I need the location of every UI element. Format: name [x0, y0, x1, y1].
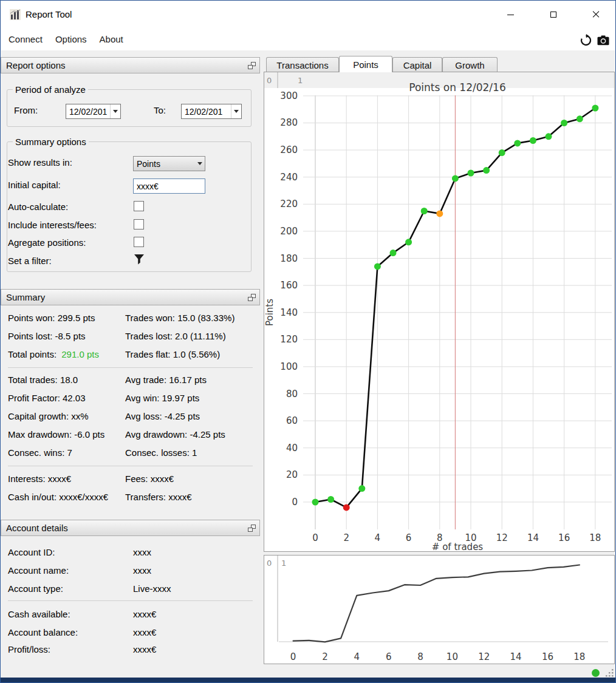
chevron-down-icon [110, 104, 120, 118]
period-group-legend: Period of analyze [13, 84, 88, 95]
include-fees-checkbox[interactable] [134, 219, 144, 229]
svg-text:140: 140 [280, 307, 298, 318]
tab-capital[interactable]: Capital [392, 57, 442, 72]
stat-points-lost: Points lost: -8.5 pts [8, 331, 86, 342]
stat-transfers: Transfers: xxxx€ [125, 492, 191, 503]
svg-text:18: 18 [573, 651, 585, 662]
stat-trades-lost: Trades lost: 2.0 (11.11%) [125, 331, 226, 342]
svg-text:# of trades: # of trades [432, 542, 484, 551]
divider [8, 466, 253, 466]
svg-text:14: 14 [510, 651, 522, 662]
svg-text:0: 0 [290, 651, 296, 662]
auto-calculate-checkbox[interactable] [134, 201, 144, 211]
stat-trades-flat: Trades flat: 1.0 (5.56%) [125, 349, 220, 360]
svg-text:2: 2 [322, 651, 328, 662]
account-type-label: Account type: [8, 583, 63, 594]
stat-fees: Fees: xxxx€ [125, 474, 174, 484]
summary-options-legend: Summary options [13, 137, 89, 147]
stat-interests: Interests: xxxx€ [8, 474, 71, 484]
svg-text:4: 4 [375, 532, 381, 543]
svg-text:1: 1 [298, 76, 303, 85]
menu-item-options[interactable]: Options [54, 32, 88, 47]
show-results-label: Show results in: [8, 157, 72, 168]
stat-capital-growth: Capital growth: xx% [8, 411, 89, 422]
stat-total-trades: Total trades: 18.0 [8, 375, 78, 386]
svg-text:Points: Points [264, 299, 275, 326]
to-date-select[interactable]: 12/02/201 [181, 104, 242, 119]
svg-text:20: 20 [286, 469, 298, 480]
svg-text:18: 18 [589, 532, 601, 543]
svg-text:6: 6 [406, 532, 412, 543]
svg-text:1: 1 [281, 559, 286, 568]
float-panel-icon[interactable] [248, 525, 256, 532]
stat-avg-loss: Avg loss: -4.25 pts [125, 411, 200, 422]
screenshot-button[interactable] [595, 32, 611, 48]
overview-chart[interactable]: 02468101214161801 [264, 555, 615, 664]
svg-text:220: 220 [280, 199, 298, 209]
points-chart[interactable]: 0246810121416180204060801001201401601802… [264, 72, 615, 552]
svg-text:6: 6 [386, 651, 392, 662]
svg-text:16: 16 [542, 651, 553, 662]
initial-capital-label: Initial capital: [8, 180, 61, 190]
divider [8, 367, 253, 368]
stat-avg-trade: Avg trade: 16.17 pts [125, 375, 207, 386]
stat-total-points-value: 291.0 pts [61, 349, 99, 359]
from-label: From: [14, 105, 38, 115]
include-fees-label: Include interests/fees: [8, 220, 97, 230]
agregate-positions-checkbox[interactable] [134, 237, 144, 247]
agregate-positions-label: Agregate positions: [8, 237, 86, 248]
app-icon [9, 8, 21, 23]
summary-header: Summary [1, 289, 260, 305]
refresh-button[interactable] [578, 32, 594, 48]
svg-text:80: 80 [286, 389, 298, 399]
account-details-header: Account details [1, 520, 260, 536]
tab-growth[interactable]: Growth [442, 57, 498, 72]
tab-transactions[interactable]: Transactions [266, 57, 339, 72]
svg-text:12: 12 [496, 532, 508, 543]
stat-cash-in-out: Cash in/out: xxxx€/xxxx€ [8, 492, 108, 503]
set-filter-label: Set a filter: [8, 256, 52, 266]
svg-text:0: 0 [267, 559, 272, 568]
svg-text:14: 14 [527, 532, 539, 543]
titlebar: Report Tool [1, 1, 615, 28]
tab-points[interactable]: Points [339, 56, 392, 72]
account-id-label: Account ID: [8, 547, 55, 558]
filter-button[interactable] [134, 254, 145, 268]
svg-text:200: 200 [280, 226, 298, 237]
close-button[interactable] [582, 1, 609, 28]
from-date-select[interactable]: 12/02/201 [66, 104, 121, 119]
svg-text:40: 40 [286, 443, 298, 454]
profit-loss-value: xxxx€ [133, 644, 156, 655]
to-label: To: [154, 105, 166, 115]
menu-item-connect[interactable]: Connect [7, 32, 44, 47]
svg-text:10: 10 [447, 651, 458, 662]
stat-total-points: Total points: 291.0 pts [8, 349, 99, 360]
overview-chart-svg[interactable]: 02468101214161801 [264, 556, 614, 664]
account-balance-value: xxxx€ [133, 627, 156, 638]
auto-calculate-label: Auto-calculate: [8, 202, 68, 212]
svg-text:280: 280 [280, 117, 298, 128]
float-panel-icon[interactable] [248, 62, 256, 69]
show-results-select[interactable]: Points [133, 156, 205, 171]
minimize-button[interactable] [497, 1, 524, 28]
stat-avg-drawdown: Avg drawdown: -4.25 pts [125, 429, 225, 440]
svg-text:260: 260 [280, 144, 298, 155]
menu-item-about[interactable]: About [98, 32, 125, 47]
chevron-down-icon [194, 157, 205, 171]
float-panel-icon[interactable] [248, 294, 256, 301]
stat-points-won: Points won: 299.5 pts [8, 313, 95, 324]
initial-capital-input[interactable] [133, 178, 205, 194]
maximize-button[interactable] [539, 1, 567, 28]
svg-text:160: 160 [280, 280, 298, 291]
points-chart-svg[interactable]: 0246810121416180204060801001201401601802… [264, 72, 614, 551]
svg-text:120: 120 [280, 334, 298, 345]
funnel-icon [134, 254, 145, 265]
app-window: Report Tool Connect Options About Report… [0, 0, 616, 683]
svg-text:8: 8 [417, 651, 423, 662]
connection-status-indicator [592, 669, 600, 677]
stat-profit-factor: Profit Factor: 42.03 [8, 393, 86, 404]
svg-text:60: 60 [286, 415, 298, 426]
minimize-icon [507, 15, 514, 15]
stat-consec-losses: Consec. losses: 1 [125, 447, 197, 458]
menubar: Connect Options About [1, 28, 615, 50]
